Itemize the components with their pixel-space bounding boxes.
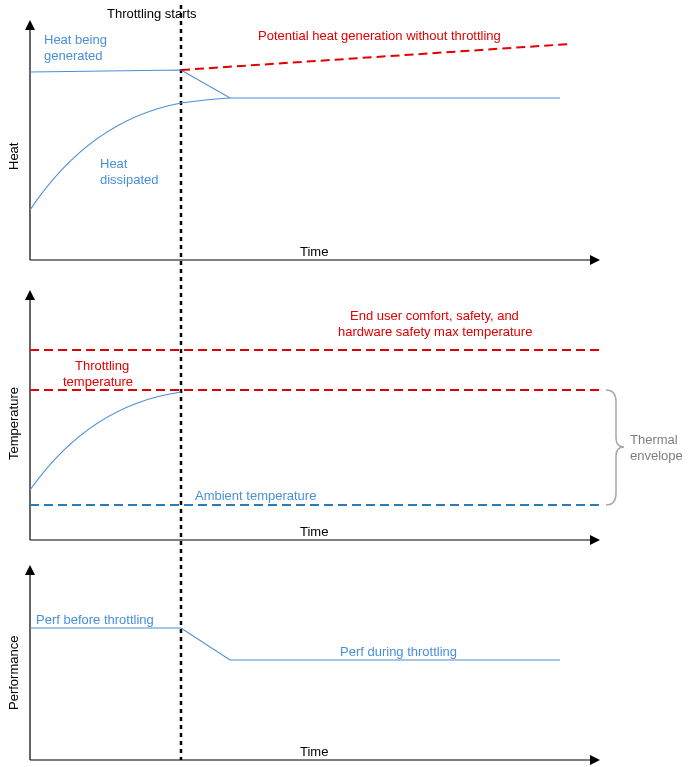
svg-marker-1 — [590, 255, 600, 265]
device-temp-line — [30, 392, 181, 490]
potential-heat-line — [181, 44, 570, 70]
y-axis-label: Heat — [6, 142, 21, 170]
panel-heat: Time Heat Heat being generated Heat diss… — [6, 20, 600, 265]
perf-during-label: Perf during throttling — [340, 644, 457, 659]
x-axis-label-2: Time — [300, 524, 328, 539]
heat-generated-line — [30, 70, 560, 98]
potential-heat-label: Potential heat generation without thrott… — [258, 28, 501, 43]
panel-performance: Time Performance Perf before throttling … — [6, 565, 600, 765]
svg-marker-11 — [25, 565, 35, 575]
throttling-temp-label2: temperature — [63, 374, 133, 389]
thermal-envelope-label2: envelope — [630, 448, 683, 463]
svg-marker-5 — [590, 535, 600, 545]
heat-generated-label: Heat being — [44, 32, 107, 47]
svg-marker-9 — [590, 755, 600, 765]
throttling-starts-label: Throttling starts — [107, 6, 197, 21]
throttling-temp-label: Throttling — [75, 358, 129, 373]
perf-before-label: Perf before throttling — [36, 612, 154, 627]
heat-dissipated-label: Heat — [100, 156, 128, 171]
max-temp-label1: End user comfort, safety, and — [350, 308, 519, 323]
y-axis-label-2: Temperature — [6, 387, 21, 460]
panel-temperature: Time Temperature End user comfort, safet… — [6, 290, 683, 545]
heat-generated-label2: generated — [44, 48, 103, 63]
thermal-envelope-brace — [606, 390, 624, 505]
max-temp-label2: hardware safety max temperature — [338, 324, 532, 339]
heat-dissipated-line — [30, 98, 230, 210]
svg-marker-3 — [25, 20, 35, 30]
y-axis-label-3: Performance — [6, 636, 21, 710]
perf-line — [30, 628, 560, 660]
heat-dissipated-label2: dissipated — [100, 172, 159, 187]
thermal-envelope-label: Thermal — [630, 432, 678, 447]
ambient-temp-label: Ambient temperature — [195, 488, 316, 503]
diagram: Throttling starts Time Heat Heat being g… — [0, 0, 690, 767]
x-axis-label: Time — [300, 244, 328, 259]
svg-marker-7 — [25, 290, 35, 300]
x-axis-label-3: Time — [300, 744, 328, 759]
